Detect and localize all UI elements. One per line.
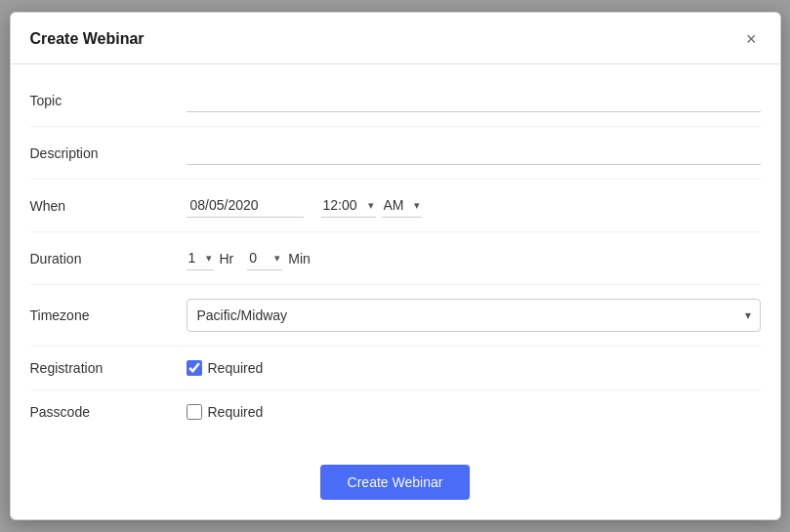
when-label: When <box>30 198 187 214</box>
duration-control: 0 1 2 3 Hr 0 15 30 4 <box>187 246 761 270</box>
create-webinar-button[interactable]: Create Webinar <box>320 465 471 500</box>
registration-row: Registration Required <box>30 347 761 390</box>
modal-footer: Create Webinar <box>11 453 780 519</box>
hr-label: Hr <box>220 251 234 266</box>
date-input[interactable] <box>187 193 304 218</box>
topic-label: Topic <box>30 93 187 108</box>
min-label: Min <box>288 251 311 266</box>
when-control: 12:00 12:30 1:00 AM PM <box>187 193 761 218</box>
duration-min-select[interactable]: 0 15 30 45 <box>247 246 282 270</box>
time-select-wrap: 12:00 12:30 1:00 <box>321 193 376 218</box>
duration-wrap: 0 1 2 3 Hr 0 15 30 4 <box>187 246 311 270</box>
timezone-control: Pacific/Midway Pacific/Honolulu America/… <box>187 299 761 332</box>
registration-required-label: Required <box>208 360 264 376</box>
timezone-select-wrap: Pacific/Midway Pacific/Honolulu America/… <box>187 299 761 332</box>
modal: Create Webinar × Topic Description When <box>10 12 781 520</box>
description-input[interactable] <box>187 141 761 165</box>
duration-hr-select[interactable]: 0 1 2 3 <box>187 246 214 270</box>
registration-control: Required <box>187 360 761 376</box>
duration-label: Duration <box>30 251 187 266</box>
duration-row: Duration 0 1 2 3 Hr <box>30 232 761 285</box>
description-control <box>187 141 761 165</box>
topic-control <box>187 88 761 112</box>
duration-min-select-wrap: 0 15 30 45 <box>247 246 282 270</box>
modal-overlay: Create Webinar × Topic Description When <box>0 0 790 532</box>
ampm-select-wrap: AM PM <box>382 193 422 218</box>
close-button[interactable]: × <box>742 28 761 50</box>
modal-title: Create Webinar <box>30 30 145 48</box>
ampm-select[interactable]: AM PM <box>382 193 422 218</box>
passcode-control: Required <box>187 404 761 420</box>
modal-body: Topic Description When 1 <box>11 64 780 453</box>
registration-checkbox-wrap: Required <box>187 360 264 376</box>
passcode-row: Passcode Required <box>30 390 761 433</box>
timezone-row: Timezone Pacific/Midway Pacific/Honolulu… <box>30 285 761 347</box>
topic-input[interactable] <box>187 88 761 112</box>
timezone-label: Timezone <box>30 307 187 323</box>
modal-header: Create Webinar × <box>11 13 780 64</box>
description-label: Description <box>30 145 187 161</box>
duration-hr-select-wrap: 0 1 2 3 <box>187 246 214 270</box>
passcode-checkbox[interactable] <box>187 404 202 420</box>
when-row: When 12:00 12:30 1:00 AM PM <box>30 180 761 232</box>
passcode-label: Passcode <box>30 404 187 420</box>
description-row: Description <box>30 127 761 180</box>
passcode-required-label: Required <box>208 404 264 420</box>
passcode-checkbox-wrap: Required <box>187 404 264 420</box>
topic-row: Topic <box>30 74 761 127</box>
registration-checkbox[interactable] <box>187 360 202 376</box>
registration-label: Registration <box>30 360 187 376</box>
timezone-select[interactable]: Pacific/Midway Pacific/Honolulu America/… <box>187 299 761 332</box>
time-select[interactable]: 12:00 12:30 1:00 <box>321 193 376 218</box>
